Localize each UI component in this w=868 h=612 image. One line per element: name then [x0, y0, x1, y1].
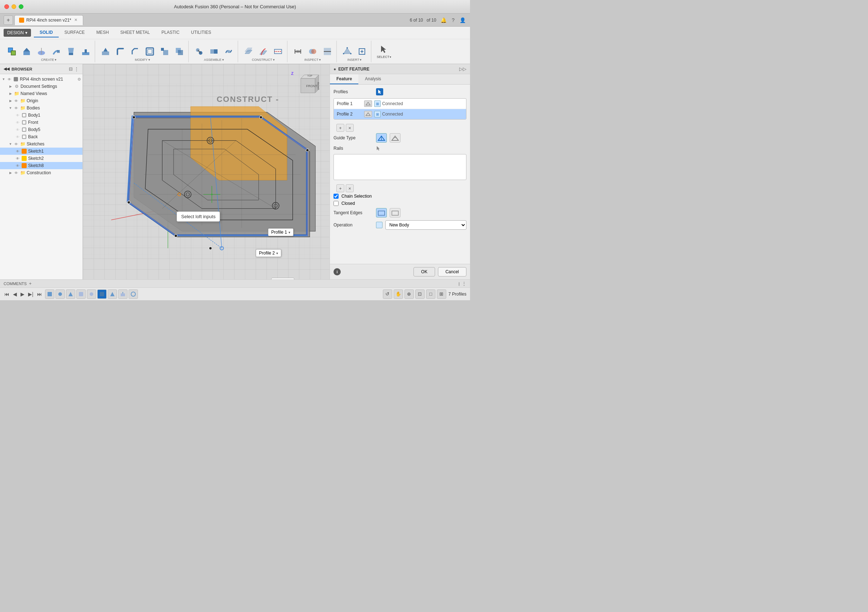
- tab-mesh[interactable]: MESH: [90, 28, 115, 37]
- zoom-btn[interactable]: ⊕: [405, 289, 414, 299]
- comments-settings-btn[interactable]: ⋮: [462, 281, 467, 286]
- visibility-eye-back[interactable]: 👁: [15, 134, 20, 139]
- close-button[interactable]: [4, 4, 9, 9]
- tool-insert-mesh[interactable]: [340, 45, 354, 58]
- guide-type-btn1[interactable]: [376, 133, 387, 142]
- timeline-end-btn[interactable]: ⏭: [36, 291, 43, 298]
- tree-item-sketch8[interactable]: 👁 Sketch8: [0, 162, 82, 169]
- tool-measure[interactable]: [291, 45, 305, 58]
- tool-combine[interactable]: [172, 45, 186, 58]
- profile1-row[interactable]: Profile 1 ⊞ Connected: [334, 99, 466, 109]
- visibility-eye-sketch2[interactable]: 👁: [15, 156, 20, 161]
- timeline-next-btn[interactable]: ▶|: [27, 291, 34, 298]
- tool-sweep[interactable]: [50, 45, 63, 58]
- tool-chamfer[interactable]: [128, 45, 142, 58]
- tool-select[interactable]: SELECT ▾: [375, 43, 393, 60]
- browser-collapse-btn[interactable]: ⊟: [69, 66, 73, 72]
- pan-btn[interactable]: ✋: [394, 289, 403, 299]
- timeline-thumb-8[interactable]: [129, 289, 138, 299]
- visibility-eye-root[interactable]: 👁: [7, 77, 12, 82]
- tool-midplane[interactable]: [271, 45, 285, 58]
- tree-item-named-views[interactable]: ▶ 📁 Named Views: [0, 90, 82, 97]
- tab-utilities[interactable]: UTILITIES: [185, 28, 217, 37]
- tool-shell[interactable]: [143, 45, 157, 58]
- viewport[interactable]: CONSTRUCT - Z FRONT TOP RIGHT: [83, 64, 330, 279]
- timeline-thumb-1[interactable]: [45, 289, 54, 299]
- tree-item-doc-settings[interactable]: ▶ ⚙ Document Settings: [0, 83, 82, 90]
- tool-loft[interactable]: [64, 45, 78, 58]
- tab-sheetmetal[interactable]: SHEET METAL: [115, 28, 156, 37]
- tool-extrude[interactable]: [20, 45, 34, 58]
- tangent-btn2[interactable]: [390, 208, 400, 218]
- chain-selection-checkbox[interactable]: [333, 194, 339, 199]
- tool-plane-path[interactable]: [256, 45, 270, 58]
- notification-button[interactable]: 🔔: [440, 17, 447, 24]
- tool-fillet[interactable]: [113, 45, 127, 58]
- file-tab[interactable]: RPi4 4inch screen v21* ✕: [14, 15, 83, 25]
- guide-type-btn2[interactable]: [390, 133, 400, 142]
- tree-item-sketch1[interactable]: 👁 Sketch1: [0, 148, 82, 155]
- add-rail-btn[interactable]: +: [336, 184, 344, 192]
- cancel-button[interactable]: Cancel: [438, 267, 467, 277]
- closed-checkbox[interactable]: [333, 201, 339, 206]
- timeline-start-btn[interactable]: ⏮: [4, 291, 10, 298]
- timeline-thumb-5[interactable]: [87, 289, 96, 299]
- panel-expand-btn[interactable]: ▷▷: [459, 66, 467, 72]
- tree-item-body5[interactable]: 👁 Body5: [0, 126, 82, 133]
- tree-item-construction[interactable]: ▶ 👁 📁 Construction: [0, 169, 82, 176]
- help-button[interactable]: ?: [451, 17, 455, 24]
- timeline-thumb-active[interactable]: [97, 289, 107, 299]
- tree-item-front[interactable]: 👁 Front: [0, 119, 82, 126]
- file-tab-close[interactable]: ✕: [73, 18, 79, 23]
- tool-assemble2[interactable]: [207, 45, 221, 58]
- window-controls[interactable]: [4, 4, 23, 9]
- tab-analysis[interactable]: Analysis: [358, 74, 388, 84]
- remove-rail-btn[interactable]: ×: [346, 184, 354, 192]
- tool-revolve[interactable]: [34, 45, 48, 58]
- comments-expand-btn[interactable]: +: [29, 281, 32, 286]
- orbit-btn[interactable]: ↺: [383, 289, 392, 299]
- timeline-play-btn[interactable]: ▶: [20, 291, 25, 298]
- tool-rib[interactable]: [79, 45, 93, 58]
- tab-plastic[interactable]: PLASTIC: [156, 28, 185, 37]
- profiles-cursor-btn[interactable]: [376, 88, 383, 96]
- display-mode-btn[interactable]: □: [426, 289, 436, 299]
- visibility-eye-sketch8[interactable]: 👁: [15, 163, 20, 168]
- tool-interference[interactable]: [306, 45, 319, 58]
- timeline-thumb-2[interactable]: [56, 289, 65, 299]
- tree-item-sketch2[interactable]: 👁 Sketch2: [0, 155, 82, 162]
- visibility-eye-body5[interactable]: 👁: [15, 127, 20, 132]
- tool-press-pull[interactable]: [99, 45, 112, 58]
- tab-surface[interactable]: SURFACE: [59, 28, 91, 37]
- tool-motion-link[interactable]: [222, 45, 236, 58]
- maximize-button[interactable]: [19, 4, 23, 9]
- tool-offset-plane[interactable]: [242, 45, 255, 58]
- minimize-button[interactable]: [11, 4, 16, 9]
- tree-item-bodies[interactable]: ▼ 👁 📁 Bodies: [0, 104, 82, 111]
- account-button[interactable]: 👤: [459, 17, 467, 24]
- tree-item-back[interactable]: 👁 Back: [0, 133, 82, 141]
- new-tab-button[interactable]: +: [4, 15, 13, 25]
- tree-item-body1[interactable]: 👁 Body1: [0, 111, 82, 119]
- grid-btn[interactable]: ⊞: [437, 289, 446, 299]
- timeline-thumb-3[interactable]: [66, 289, 75, 299]
- timeline-thumb-6[interactable]: [108, 289, 117, 299]
- visibility-eye-bodies[interactable]: 👁: [14, 105, 19, 111]
- tool-joint[interactable]: [192, 45, 206, 58]
- visibility-eye-front[interactable]: 👁: [15, 120, 20, 125]
- tree-item-origin[interactable]: ▶ 👁 📁 Origin: [0, 97, 82, 104]
- tangent-btn1[interactable]: [376, 208, 387, 218]
- tree-item-sketches[interactable]: ▼ 👁 📁 Sketches: [0, 141, 82, 148]
- visibility-eye-sketches[interactable]: 👁: [14, 142, 19, 147]
- tab-solid[interactable]: SOLID: [34, 28, 59, 37]
- visibility-eye-body1[interactable]: 👁: [15, 113, 20, 118]
- design-mode-button[interactable]: DESIGN ▾: [4, 29, 31, 37]
- add-profile-btn[interactable]: +: [336, 124, 344, 132]
- zoom-fit-btn[interactable]: ⊡: [415, 289, 425, 299]
- tool-insert-svg[interactable]: [355, 45, 369, 58]
- timeline-prev-btn[interactable]: ◀: [12, 291, 18, 298]
- tool-scale[interactable]: [158, 45, 171, 58]
- tree-item-root[interactable]: ▼ 👁 RPi4 4inch screen v21 ⚙: [0, 76, 82, 83]
- visibility-eye-origin[interactable]: 👁: [14, 98, 19, 103]
- visibility-eye-construction[interactable]: 👁: [14, 170, 19, 175]
